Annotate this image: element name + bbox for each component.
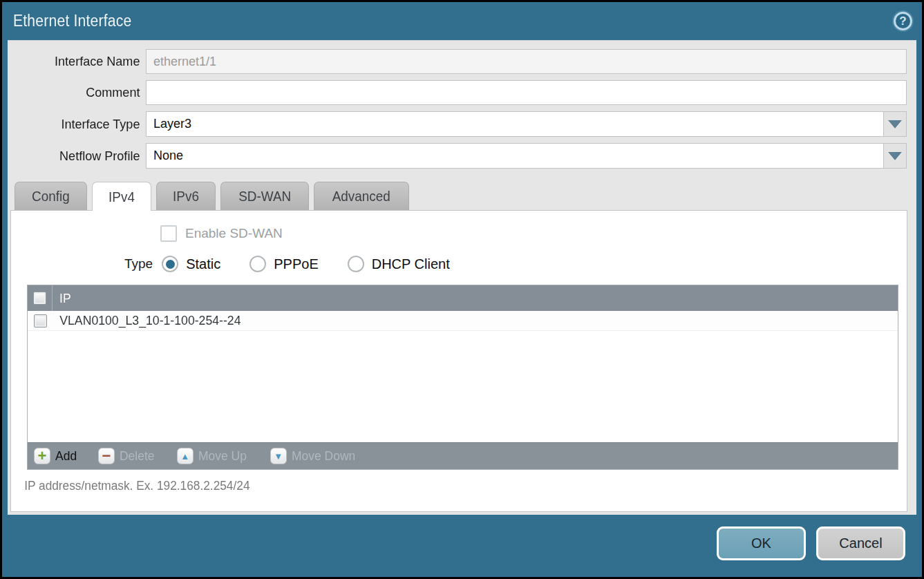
interface-name-label: Interface Name [17,54,146,69]
move-down-button[interactable]: ▼ Move Down [270,448,361,464]
netflow-profile-label: Netflow Profile [17,149,146,164]
move-up-button-label: Move Up [198,448,247,464]
ip-table-toolbar: + Add − Delete ▲ Move Up ▼ Move Down [28,442,898,469]
radio-static-icon [162,256,178,272]
select-all-cell [28,285,53,311]
ip-table: IP VLAN0100_L3_10-1-100-254--24 + Add [27,285,898,470]
cancel-button[interactable]: Cancel [816,526,905,560]
enable-sdwan-label: Enable SD-WAN [185,226,283,241]
add-icon: + [34,448,50,464]
form-row-interface-type: Interface Type Layer3 [10,111,907,137]
move-down-button-label: Move Down [292,448,355,464]
add-button-label: Add [55,448,77,464]
ip-table-body: VLAN0100_L3_10-1-100-254--24 [28,311,898,442]
interface-type-label: Interface Type [17,117,146,132]
tab-advanced[interactable]: Advanced [314,182,408,210]
tab-ipv4[interactable]: IPv4 [92,182,151,211]
move-up-button[interactable]: ▲ Move Up [177,448,251,464]
move-down-icon: ▼ [270,448,287,464]
ipv4-tab-panel: Enable SD-WAN Type Static PPPoE DHCP Cli… [10,210,907,512]
comment-label: Comment [17,85,146,100]
delete-button-label: Delete [120,448,155,464]
type-radio-group: Type Static PPPoE DHCP Client [11,242,907,272]
tab-ipv6[interactable]: IPv6 [156,182,216,210]
table-row[interactable]: VLAN0100_L3_10-1-100-254--24 [28,311,898,331]
ethernet-interface-dialog: Ethernet Interface ? Interface Name Comm… [0,0,924,579]
dialog-body: Interface Name Comment Interface Type La… [8,40,916,515]
type-label: Type [124,256,153,272]
ip-column-header: IP [53,291,71,306]
row-check-cell [28,311,53,330]
chevron-down-icon [888,120,902,129]
form-row-netflow-profile: Netflow Profile None [10,143,907,169]
tab-strip: Config IPv4 IPv6 SD-WAN Advanced [8,175,916,210]
tab-ipv4-label: IPv4 [109,189,135,205]
tab-advanced-label: Advanced [332,188,390,205]
tab-sd-wan[interactable]: SD-WAN [220,182,309,210]
delete-button[interactable]: − Delete [98,448,158,464]
interface-type-dropdown-button[interactable] [884,111,907,137]
netflow-profile-dropdown-button[interactable] [884,143,907,169]
row-checkbox[interactable] [34,314,47,328]
form-row-comment: Comment [10,80,907,105]
comment-field[interactable] [146,80,907,105]
tab-sd-wan-label: SD-WAN [238,188,291,205]
tab-config-label: Config [32,188,70,205]
radio-dhcp-client[interactable]: DHCP Client [348,256,450,272]
tab-ipv6-label: IPv6 [173,188,199,205]
interface-name-field [146,49,907,74]
enable-sdwan-row: Enable SD-WAN [11,211,907,242]
dialog-footer: OK Cancel [2,515,922,577]
radio-pppoe-icon [249,256,266,272]
radio-pppoe-label: PPPoE [274,256,318,272]
netflow-profile-select[interactable]: None [146,143,884,169]
ip-cell: VLAN0100_L3_10-1-100-254--24 [53,313,241,328]
radio-dhcp-client-label: DHCP Client [372,256,450,272]
enable-sdwan-checkbox [160,225,177,242]
help-icon[interactable]: ? [894,12,912,30]
dialog-titlebar: Ethernet Interface ? [2,2,922,40]
tab-config[interactable]: Config [15,182,87,210]
dialog-title: Ethernet Interface [13,12,132,30]
form-row-interface-name: Interface Name [10,49,907,74]
ip-format-hint: IP address/netmask. Ex. 192.168.2.254/24 [11,470,871,493]
select-all-checkbox[interactable] [33,292,46,305]
radio-static[interactable]: Static [162,256,220,272]
delete-icon: − [98,448,115,464]
interface-type-select[interactable]: Layer3 [146,111,884,137]
radio-dhcp-client-icon [348,256,364,272]
move-up-icon: ▲ [177,448,194,464]
radio-pppoe[interactable]: PPPoE [249,256,318,272]
radio-static-label: Static [186,256,220,272]
chevron-down-icon [888,152,902,160]
ok-button[interactable]: OK [717,526,806,560]
add-button[interactable]: + Add [34,448,79,464]
ip-table-header: IP [28,285,898,311]
